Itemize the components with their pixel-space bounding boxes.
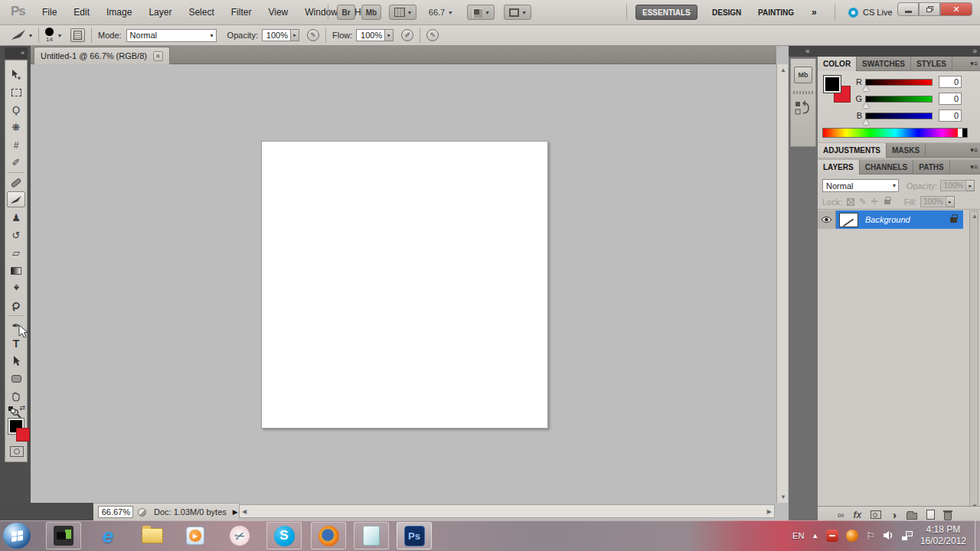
scroll-left-icon[interactable]: ◀	[242, 508, 247, 515]
taskbar-skype[interactable]: S	[266, 522, 302, 549]
slider-marker[interactable]	[863, 86, 869, 91]
taskbar-media-player[interactable]: ▶	[178, 522, 213, 549]
layer-thumbnail[interactable]	[839, 213, 858, 227]
mini-bridge-button[interactable]: Mb	[361, 5, 381, 20]
screen-mode-button[interactable]: ▾	[504, 5, 531, 20]
dodge-tool[interactable]: Q	[7, 298, 25, 314]
horizontal-scrollbar[interactable]: ◀ ▶	[239, 504, 775, 518]
slider-marker[interactable]	[863, 103, 869, 108]
tab-swatches[interactable]: SWATCHES	[857, 57, 911, 71]
canvas[interactable]	[261, 141, 548, 429]
menu-edit[interactable]: Edit	[65, 0, 98, 24]
adjustment-layer-icon[interactable]: ◑	[890, 509, 897, 521]
tab-color[interactable]: COLOR	[818, 57, 857, 71]
taskbar-notepad[interactable]	[354, 522, 389, 549]
default-and-swap-colors[interactable]: ⇄	[8, 406, 25, 416]
delete-layer-icon[interactable]	[944, 510, 952, 520]
document-tab[interactable]: Untitled-1 @ 66.7% (RGB/8) ✕	[34, 47, 170, 64]
blur-tool[interactable]: ♠	[7, 280, 25, 296]
scroll-down-icon[interactable]: ▼	[780, 494, 786, 500]
spot-healing-brush-tool[interactable]	[7, 174, 25, 191]
toggle-brush-panel-button[interactable]	[70, 28, 85, 42]
brush-preview-picker[interactable]: 14	[45, 28, 54, 43]
rectangular-marquee-tool[interactable]	[7, 84, 25, 100]
minimize-button[interactable]	[897, 2, 919, 16]
scroll-up-icon[interactable]: ▲	[780, 67, 786, 73]
rectangle-shape-tool[interactable]	[7, 370, 25, 386]
layer-name[interactable]: Background	[865, 215, 950, 224]
chevron-down-icon[interactable]: ▾	[29, 32, 32, 39]
tab-adjustments[interactable]: ADJUSTMENTS	[818, 143, 887, 158]
pressure-opacity-icon[interactable]: ✎	[307, 29, 319, 41]
tab-paths[interactable]: PATHS	[913, 160, 949, 174]
workspace-painting[interactable]: PAINTING	[752, 5, 800, 20]
show-hidden-icons[interactable]: ▲	[812, 532, 818, 540]
history-brush-tool[interactable]: ↺	[7, 227, 25, 243]
eyedropper-tool[interactable]: ✐	[7, 155, 25, 171]
menu-filter[interactable]: Filter	[223, 0, 260, 24]
taskbar-firefox[interactable]	[311, 522, 346, 549]
network-icon[interactable]	[902, 531, 913, 540]
avast-icon[interactable]	[846, 530, 858, 542]
taskbar-internet-explorer[interactable]: e	[90, 522, 126, 549]
launch-bridge-button[interactable]: Br	[337, 5, 355, 20]
layer-visibility-toggle[interactable]	[818, 210, 836, 229]
lock-all-icon[interactable]	[884, 200, 890, 204]
tab-masks[interactable]: MASKS	[887, 143, 926, 158]
start-button[interactable]	[3, 523, 31, 549]
menu-file[interactable]: File	[34, 0, 65, 24]
lasso-tool[interactable]: Ϙ	[7, 102, 25, 118]
menu-select[interactable]: Select	[180, 0, 222, 24]
panel-menu-icon[interactable]: ▾≡	[970, 60, 978, 67]
red-channel-value[interactable]: 0	[939, 76, 962, 88]
link-layers-icon[interactable]: ∞	[838, 510, 844, 520]
background-color-swatch[interactable]	[16, 428, 30, 442]
add-layer-mask-icon[interactable]	[871, 510, 881, 519]
panel-menu-icon[interactable]: ▾≡	[970, 163, 978, 171]
expand-dock-icon[interactable]: »	[972, 46, 977, 56]
tab-styles[interactable]: STYLES	[911, 57, 952, 71]
view-extras-button[interactable]: ▾	[389, 5, 416, 20]
scroll-up-icon[interactable]: ▲	[972, 213, 978, 220]
new-group-icon[interactable]	[906, 510, 917, 520]
tab-layers[interactable]: LAYERS	[818, 160, 860, 174]
green-channel-slider[interactable]	[865, 96, 933, 103]
action-center-icon[interactable]: ⚐	[866, 530, 875, 542]
layers-scrollbar[interactable]: ▲ ▼	[969, 210, 978, 512]
eraser-tool[interactable]: ▱	[7, 245, 25, 261]
status-menu-icon[interactable]: ▶	[233, 508, 238, 516]
panel-menu-icon[interactable]: ▾≡	[970, 146, 978, 154]
tab-channels[interactable]: CHANNELS	[860, 160, 914, 174]
lock-transparent-pixels-icon[interactable]	[847, 198, 854, 206]
canvas-workspace[interactable]	[31, 64, 776, 503]
pressure-size-icon[interactable]: ✎	[426, 29, 439, 41]
quick-mask-button[interactable]	[10, 446, 24, 457]
quick-selection-tool[interactable]: ❋	[7, 119, 25, 135]
volume-icon[interactable]	[883, 530, 894, 542]
zoom-level-control[interactable]: 66.7 ▾	[424, 5, 456, 20]
show-desktop-button[interactable]	[975, 520, 980, 551]
flow-slider-arrow[interactable]: ▸	[385, 29, 394, 41]
slider-marker[interactable]	[863, 119, 869, 125]
layer-row-background[interactable]: Background	[818, 210, 963, 229]
dock-drag-handle[interactable]	[793, 91, 813, 94]
opacity-input[interactable]: 100%	[262, 29, 291, 41]
taskbar-photoshop[interactable]: Ps	[397, 522, 432, 549]
brush-tool[interactable]	[7, 191, 25, 207]
collapse-dock-icon[interactable]: «	[805, 46, 810, 56]
cs-live-button[interactable]: CS Live ▾	[842, 5, 906, 20]
lock-image-pixels-icon[interactable]: ✎	[859, 197, 866, 207]
scroll-right-icon[interactable]: ▶	[767, 508, 772, 515]
history-panel-button[interactable]	[795, 99, 812, 119]
blue-channel-value[interactable]: 0	[939, 109, 962, 122]
red-channel-slider[interactable]	[865, 79, 933, 86]
green-channel-value[interactable]: 0	[939, 93, 962, 105]
menu-image[interactable]: Image	[98, 0, 140, 24]
workspace-essentials[interactable]: ESSENTIALS	[635, 5, 697, 20]
taskbar-snipping-tool[interactable]: ✂	[222, 522, 257, 549]
vertical-scrollbar[interactable]: ▲ ▼	[776, 64, 788, 503]
collapse-tools-icon[interactable]: »	[5, 47, 28, 59]
restore-button[interactable]	[919, 2, 940, 16]
panel-foreground-swatch[interactable]	[824, 76, 841, 93]
mini-bridge-panel-button[interactable]: Mb	[794, 67, 812, 83]
